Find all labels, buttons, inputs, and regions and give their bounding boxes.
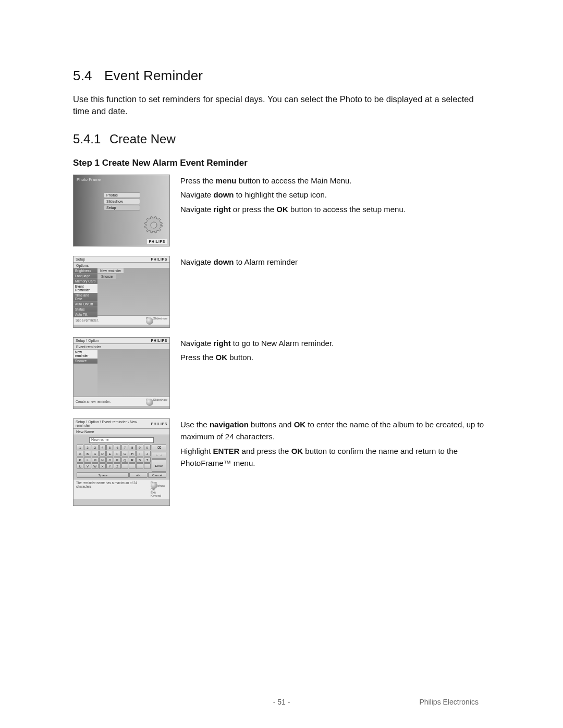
keyboard-key: [129, 463, 136, 469]
ss-title: Photo Frame: [77, 177, 101, 182]
philips-badge: PHILIPS: [151, 422, 167, 426]
backspace-key: ⌫: [152, 445, 166, 451]
keyboard-key: A: [77, 451, 83, 456]
keyboard-key: W: [92, 463, 99, 469]
keyboard-key: T: [144, 457, 151, 463]
sub-header: Options: [74, 263, 169, 268]
instruction-line: Navigate right to go to New Alarm remind…: [180, 337, 490, 349]
screenshot-main-menu: Photo Frame Photos Slideshow Setup PHILI…: [73, 175, 170, 246]
sub-header: Event reminder: [74, 344, 169, 350]
keyboard-key: M: [92, 457, 99, 463]
instruction-line: Use the navigation buttons and OK to ent…: [180, 418, 490, 443]
submenu-item: Snooze: [97, 274, 116, 279]
breadcrumb: Setup: [76, 257, 85, 261]
screenshot-keyboard: Setup \ Option \ Event reminder \ New re…: [73, 418, 170, 506]
keyboard-key: L: [84, 457, 91, 463]
instruction-row: Photo Frame Photos Slideshow Setup PHILI…: [73, 175, 490, 246]
keyboard-key: 1: [77, 445, 83, 450]
instruction-line: Navigate right or press the OK button to…: [180, 203, 490, 215]
keyboard-key: G: [121, 451, 128, 456]
keyboard-key: C: [92, 451, 99, 456]
footer-brand: Philips Electronics: [419, 698, 479, 706]
page-number: - 51 -: [273, 698, 290, 706]
joystick-icon: [146, 317, 153, 325]
keyboard-key: K: [77, 457, 83, 463]
keyboard-key: B: [84, 451, 91, 456]
philips-badge: PHILIPS: [151, 257, 167, 261]
ss-menu: Photos Slideshow Setup: [104, 192, 140, 211]
keyboard-key: 4: [99, 445, 106, 450]
left-column: New reminder Snooze: [74, 350, 97, 397]
keyboard-key: X: [99, 463, 106, 469]
keyboard-key: [144, 463, 151, 469]
breadcrumb: Setup \ Option \ Event reminder \ New re…: [76, 420, 151, 427]
keyboard-key: D: [99, 451, 106, 456]
right-column: [97, 350, 169, 397]
abc-key: abc: [129, 472, 148, 478]
breadcrumb: Setup \ Option: [76, 339, 99, 342]
subsection-heading: 5.4.1Create New: [73, 132, 490, 146]
list-item-selected: Event Reminder: [74, 284, 97, 293]
left-column: Brightness Language Memory Card Event Re…: [74, 268, 97, 315]
keyboard-key: S: [136, 457, 143, 463]
philips-badge: PHILIPS: [151, 339, 167, 342]
keyboard-key: I: [136, 451, 143, 456]
philips-badge: PHILIPS: [147, 239, 167, 244]
keyboard-key: 8: [129, 445, 136, 450]
list-item: Status: [74, 307, 97, 312]
keyboard-key: Q: [121, 457, 128, 463]
section-intro: Use this function to set reminders for s…: [73, 93, 490, 117]
keyboard-key: 2: [84, 445, 91, 450]
instruction-row: SetupPHILIPS Options Brightness Language…: [73, 256, 490, 328]
keyboard-key: P: [114, 457, 120, 463]
instruction-line: Highlight ENTER and press the OK button …: [180, 445, 490, 470]
page-footer: - 51 - Philips Electronics: [0, 698, 563, 706]
hint-text: The reminder name has a maximum of 24 ch…: [76, 481, 141, 497]
step-title: Step 1 Create New Alarm Event Reminder: [73, 158, 490, 168]
instruction-line: Press the OK button.: [180, 351, 490, 363]
menu-item: Photos: [104, 192, 140, 198]
screenshot-event-reminder: Setup \ OptionPHILIPS Event reminder New…: [73, 337, 170, 409]
keyboard-key: N: [99, 457, 106, 463]
nav-hint: Play Slideshow OK: [137, 317, 167, 324]
keyboard-key: 5: [106, 445, 113, 450]
instruction-line: Press the menu button to access the Main…: [180, 175, 490, 187]
nav-hint: Play Slideshow OK Exit Keypad: [141, 481, 167, 497]
subsection-number: 5.4.1: [73, 132, 109, 146]
list-item: Brightness: [74, 268, 97, 274]
keyboard-key: R: [129, 457, 136, 463]
section-title: Event Reminder: [104, 68, 203, 83]
list-item: Snooze: [74, 359, 97, 364]
subsection-title: Create New: [109, 132, 176, 146]
right-column: New reminder Snooze: [97, 268, 169, 315]
instruction-line: Navigate down to highlight the setup ico…: [180, 189, 490, 201]
menu-item-selected: Setup: [104, 205, 140, 211]
keyboard-key: V: [84, 463, 91, 469]
keyboard-key: F: [114, 451, 120, 456]
section-heading: 5.4Event Reminder: [73, 68, 490, 84]
keyboard-key: U: [77, 463, 83, 469]
gear-icon: [144, 216, 163, 235]
keyboard-key: 9: [136, 445, 143, 450]
space-key: Space: [77, 472, 129, 478]
keyboard-key: [136, 463, 143, 469]
joystick-icon: [146, 399, 153, 406]
list-item: Memory Card: [74, 279, 97, 284]
list-item: Auto On/Off: [74, 302, 97, 307]
onscreen-keyboard: 1234567890ABCDEFGHIJKLMNOPQRSTUVWXYZ ⌫ ←…: [77, 445, 166, 478]
list-item: Auto Tilt: [74, 312, 97, 317]
hint-text: Set a reminder.: [76, 318, 99, 322]
list-item: Language: [74, 274, 97, 279]
name-field: New name: [89, 437, 154, 443]
menu-item: Slideshow: [104, 199, 140, 204]
keyboard-key: Y: [106, 463, 113, 469]
keyboard-key: O: [106, 457, 113, 463]
keyboard-key: E: [106, 451, 113, 456]
submenu-item: New reminder: [97, 268, 124, 273]
list-item-selected: New reminder: [74, 350, 97, 359]
instruction-row: Setup \ Option \ Event reminder \ New re…: [73, 418, 490, 506]
sub-header: New Name: [74, 429, 169, 435]
keyboard-key: Z: [114, 463, 120, 469]
keyboard-key: H: [129, 451, 136, 456]
keyboard-key: J: [144, 451, 151, 456]
